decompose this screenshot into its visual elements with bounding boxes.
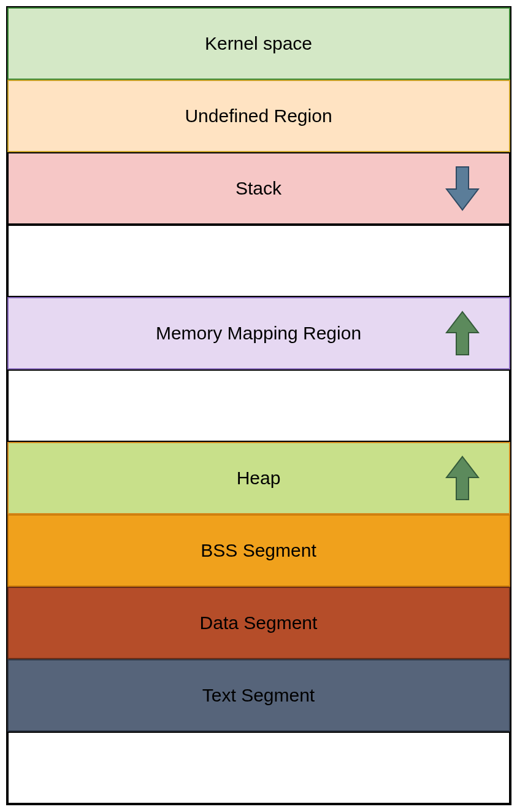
segment-label: Memory Mapping Region <box>156 323 361 344</box>
segment-label: Kernel space <box>205 33 312 54</box>
segment-bss: BSS Segment <box>7 514 510 587</box>
segment-label: Text Segment <box>202 685 315 706</box>
segment-data: Data Segment <box>7 587 510 659</box>
segment-text: Text Segment <box>7 659 510 732</box>
segment-gap-mmap-heap <box>7 369 510 442</box>
arrow-down-icon <box>445 164 480 212</box>
segment-bottom-gap <box>7 732 510 804</box>
segment-label: Stack <box>236 178 281 199</box>
segment-label: Undefined Region <box>185 106 332 126</box>
arrow-up-icon <box>445 454 480 502</box>
segment-heap: Heap <box>7 442 510 514</box>
memory-layout-diagram: Kernel space Undefined Region Stack Memo… <box>6 6 511 805</box>
segment-label: Heap <box>237 468 281 489</box>
segment-kernel-space: Kernel space <box>7 7 510 80</box>
segment-stack: Stack <box>7 152 510 225</box>
segment-gap-stack-mmap <box>7 225 510 297</box>
segment-label: Data Segment <box>200 613 318 633</box>
segment-memory-mapping-region: Memory Mapping Region <box>7 297 510 369</box>
arrow-up-icon <box>445 309 480 357</box>
segment-undefined-region: Undefined Region <box>7 80 510 152</box>
segment-label: BSS Segment <box>201 540 316 561</box>
